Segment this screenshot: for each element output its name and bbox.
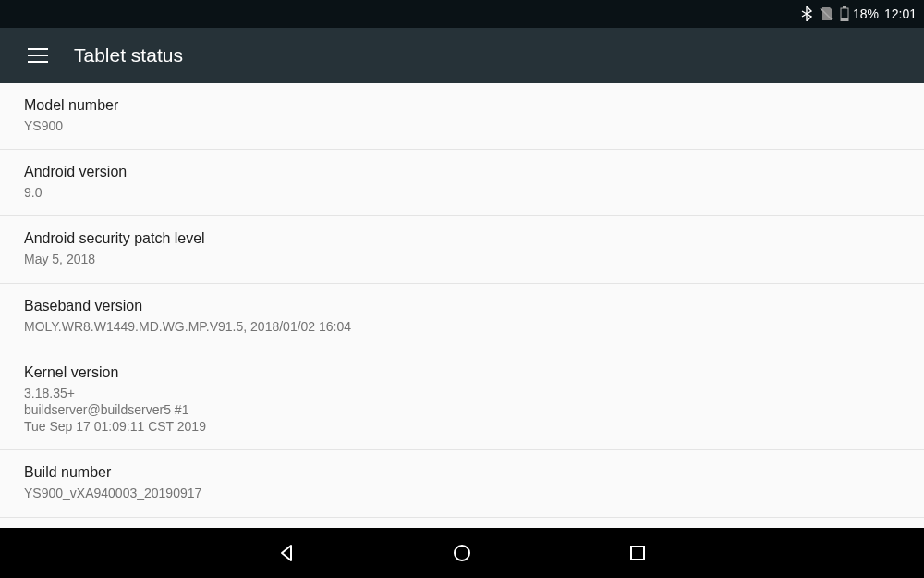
row-kernel-version[interactable]: Kernel version 3.18.35+ buildserver@buil…	[0, 350, 924, 451]
row-value: May 5, 2018	[24, 251, 900, 267]
svg-rect-5	[631, 547, 644, 560]
content-list[interactable]: Model number YS900 Android version 9.0 A…	[0, 83, 924, 528]
row-security-patch[interactable]: Android security patch level May 5, 2018	[0, 216, 924, 283]
row-value: MOLY.WR8.W1449.MD.WG.MP.V91.5, 2018/01/0…	[24, 318, 900, 335]
battery-percent: 18%	[853, 6, 879, 21]
row-value: YS900	[24, 117, 900, 134]
row-label: Model number	[24, 97, 900, 114]
app-bar: Tablet status	[0, 28, 924, 83]
status-bar: 18% 12:01	[0, 0, 924, 28]
row-value: 3.18.35+ buildserver@buildserver5 #1 Tue…	[24, 385, 900, 436]
svg-rect-3	[841, 18, 848, 21]
row-label: Baseband version	[24, 298, 900, 314]
row-label: Build number	[24, 464, 900, 481]
home-button[interactable]	[444, 535, 480, 572]
row-value: YS900_vXA940003_20190917	[24, 485, 900, 501]
row-label: Kernel version	[24, 364, 900, 381]
row-android-version[interactable]: Android version 9.0	[0, 150, 924, 216]
clock: 12:01	[884, 6, 917, 21]
row-label: Android version	[24, 164, 900, 180]
menu-icon[interactable]	[28, 48, 48, 63]
page-title: Tablet status	[74, 44, 183, 67]
bluetooth-icon	[801, 6, 812, 21]
navigation-bar	[0, 528, 924, 578]
battery-icon	[840, 6, 849, 21]
no-sim-icon	[820, 6, 833, 21]
row-model-number[interactable]: Model number YS900	[0, 83, 924, 150]
recents-button[interactable]	[619, 535, 656, 572]
back-button[interactable]	[268, 535, 305, 572]
row-label: Android security patch level	[24, 230, 900, 247]
row-baseband-version[interactable]: Baseband version MOLY.WR8.W1449.MD.WG.MP…	[0, 284, 924, 350]
row-value: 9.0	[24, 184, 900, 201]
row-build-number[interactable]: Build number YS900_vXA940003_20190917	[0, 450, 924, 517]
svg-point-4	[455, 546, 469, 560]
